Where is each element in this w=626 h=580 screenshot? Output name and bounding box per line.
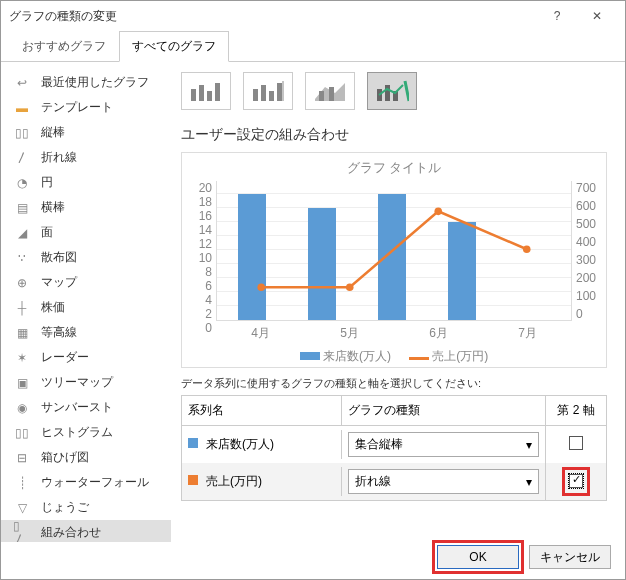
combo-subtype-3[interactable] [305, 72, 355, 110]
stock-icon: ┼ [13, 300, 31, 316]
svg-rect-2 [207, 91, 212, 101]
header-series-name: 系列名 [182, 396, 342, 425]
sidebar-item-surface[interactable]: ▦等高線 [1, 320, 171, 345]
ok-button[interactable]: OK [437, 545, 519, 569]
sidebar-item-recent[interactable]: ↩最近使用したグラフ [1, 70, 171, 95]
svg-point-19 [523, 245, 531, 253]
header-secondary-axis: 第 2 軸 [546, 396, 606, 425]
pie-icon: ◔ [13, 175, 31, 191]
combo-subtype-1[interactable] [181, 72, 231, 110]
waterfall-icon: ┊ [13, 475, 31, 491]
combo-icon: ▯〳 [13, 525, 31, 541]
table-instructions: データ系列に使用するグラフの種類と軸を選択してください: [181, 376, 607, 391]
svg-rect-1 [199, 85, 204, 101]
chevron-down-icon: ▾ [526, 475, 532, 489]
svg-rect-3 [215, 83, 220, 101]
svg-line-15 [405, 81, 409, 101]
funnel-icon: ▽ [13, 500, 31, 516]
svg-rect-5 [261, 85, 266, 101]
sidebar-item-bar[interactable]: ▤横棒 [1, 195, 171, 220]
window-title: グラフの種類の変更 [9, 8, 537, 25]
series1-type-select[interactable]: 集合縦棒▾ [348, 432, 539, 457]
svg-rect-10 [319, 91, 324, 101]
sidebar-item-area[interactable]: ◢面 [1, 220, 171, 245]
section-title: ユーザー設定の組み合わせ [181, 126, 607, 144]
series1-axis2-checkbox[interactable] [569, 436, 583, 450]
histogram-icon: ▯▯ [13, 425, 31, 441]
chart-title: グラフ タイトル [188, 159, 600, 177]
svg-rect-7 [277, 83, 282, 101]
sidebar-item-map[interactable]: ⊕マップ [1, 270, 171, 295]
line-icon: 〳 [13, 150, 31, 166]
sidebar-item-stock[interactable]: ┼株価 [1, 295, 171, 320]
treemap-icon: ▣ [13, 375, 31, 391]
series2-swatch [188, 475, 198, 485]
svg-rect-0 [191, 89, 196, 101]
svg-point-16 [257, 283, 265, 291]
series2-type-select[interactable]: 折れ線▾ [348, 469, 539, 494]
sidebar-item-radar[interactable]: ✶レーダー [1, 345, 171, 370]
radar-icon: ✶ [13, 350, 31, 366]
folder-icon: ▬ [13, 100, 31, 116]
sidebar-item-combo[interactable]: ▯〳組み合わせ [1, 520, 171, 542]
sunburst-icon: ◉ [13, 400, 31, 416]
sidebar-item-template[interactable]: ▬テンプレート [1, 95, 171, 120]
sidebar-item-sunburst[interactable]: ◉サンバースト [1, 395, 171, 420]
svg-rect-11 [329, 87, 334, 101]
close-button[interactable]: ✕ [577, 2, 617, 30]
sidebar-item-waterfall[interactable]: ┊ウォーターフォール [1, 470, 171, 495]
sidebar-item-histogram[interactable]: ▯▯ヒストグラム [1, 420, 171, 445]
header-chart-type: グラフの種類 [342, 396, 546, 425]
series-row-2: 売上(万円) 折れ線▾ [182, 463, 606, 500]
map-icon: ⊕ [13, 275, 31, 291]
recent-icon: ↩ [13, 75, 31, 91]
y-axis-left: 20181614121086420 [188, 181, 216, 321]
sidebar-item-column[interactable]: ▯▯縦棒 [1, 120, 171, 145]
sidebar-item-funnel[interactable]: ▽じょうご [1, 495, 171, 520]
sidebar-item-boxplot[interactable]: ⊟箱ひげ図 [1, 445, 171, 470]
area-icon: ◢ [13, 225, 31, 241]
series1-swatch [188, 438, 198, 448]
svg-rect-6 [269, 91, 274, 101]
boxplot-icon: ⊟ [13, 450, 31, 466]
surface-icon: ▦ [13, 325, 31, 341]
scatter-icon: ∵ [13, 250, 31, 266]
plot-area [216, 181, 572, 321]
bar-icon: ▤ [13, 200, 31, 216]
series-table: 系列名 グラフの種類 第 2 軸 来店数(万人) 集合縦棒▾ 売上(万円) 折れ… [181, 395, 607, 501]
column-icon: ▯▯ [13, 125, 31, 141]
sidebar-item-line[interactable]: 〳折れ線 [1, 145, 171, 170]
help-button[interactable]: ? [537, 2, 577, 30]
tab-recommended[interactable]: おすすめグラフ [9, 31, 119, 62]
sidebar-item-treemap[interactable]: ▣ツリーマップ [1, 370, 171, 395]
sidebar-item-scatter[interactable]: ∵散布図 [1, 245, 171, 270]
tab-all[interactable]: すべてのグラフ [119, 31, 229, 62]
series-row-1: 来店数(万人) 集合縦棒▾ [182, 426, 606, 463]
chevron-down-icon: ▾ [526, 438, 532, 452]
svg-point-18 [434, 208, 442, 216]
svg-rect-13 [385, 85, 390, 101]
sidebar-item-pie[interactable]: ◔円 [1, 170, 171, 195]
combo-subtype-4[interactable] [367, 72, 417, 110]
y-axis-right: 7006005004003002001000 [572, 181, 600, 321]
chart-type-sidebar: ↩最近使用したグラフ ▬テンプレート ▯▯縦棒 〳折れ線 ◔円 ▤横棒 ◢面 ∵… [1, 62, 171, 542]
svg-rect-4 [253, 89, 258, 101]
series2-axis2-checkbox[interactable] [569, 474, 583, 488]
cancel-button[interactable]: キャンセル [529, 545, 611, 569]
svg-point-17 [346, 283, 354, 291]
combo-subtype-2[interactable] [243, 72, 293, 110]
chart-preview[interactable]: グラフ タイトル 20181614121086420 7006005004003… [181, 152, 607, 368]
